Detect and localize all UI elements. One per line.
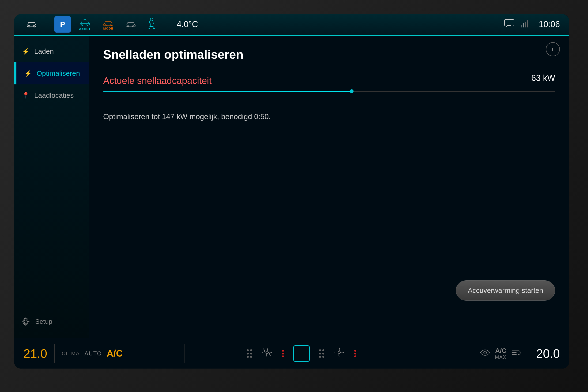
assist-button[interactable]: AssiST [76,16,94,32]
main-content: Snelladen optimaliseren 63 kW Actuele sn… [89,36,569,338]
setup-label: Setup [35,318,52,326]
sidebar-item-laadlocaties[interactable]: 📍 Laadlocaties [14,84,89,106]
ac-max-group[interactable]: A/C MAX [495,347,506,360]
page-title: Snelladen optimaliseren [103,47,555,62]
divider-v1 [54,344,55,363]
divider1 [47,18,47,30]
heat-dots[interactable] [282,350,284,357]
seat-icon[interactable] [144,18,160,31]
square-button[interactable] [293,345,310,362]
svg-point-17 [484,351,486,354]
laadlocaties-icon: 📍 [22,92,30,99]
assist-car-icon [79,18,91,26]
screen: P AssiST [14,14,569,368]
car-gray-icon[interactable] [122,20,139,29]
signal-icon [522,20,532,29]
nav-car-icon[interactable] [24,16,40,32]
progress-bar-container [103,91,555,92]
divider-v3 [418,344,418,363]
sidebar-setup[interactable]: Setup [14,310,89,334]
info-button[interactable]: i [546,42,560,56]
optimaliseren-label: Optimaliseren [36,70,80,77]
time-display: 10:06 [539,20,560,29]
laden-label: Laden [34,47,54,55]
mode-label: MODE [104,27,114,30]
bottom-right: A/C MAX 20.0 [480,344,560,363]
ac-max-label: A/C [495,347,506,354]
heat-dots-2[interactable] [354,350,356,357]
laden-icon: ⚡ [22,48,30,55]
ac-label: A/C [107,348,123,359]
divider-v4 [529,344,529,363]
laadlocaties-label: Laadlocaties [34,92,74,100]
mode-button[interactable]: MODE [99,16,118,32]
setup-gear-icon [21,317,30,326]
svg-point-14 [24,320,28,323]
top-divider [14,35,569,36]
svg-rect-9 [504,20,514,26]
wind-icon[interactable] [511,348,522,359]
max-label: MAX [495,354,506,360]
bottom-left: 21.0 CLIMA AUTO A/C [24,344,123,363]
message-icon[interactable] [504,19,514,30]
capacity-label: Actuele snellaadcapaciteit [103,76,555,86]
active-indicator [15,62,16,84]
clima-label: CLIMA [62,350,80,356]
status-bar-left: P AssiST [24,16,198,32]
fan-icon[interactable] [262,347,273,360]
sidebar: ⚡ Laden ⚡ Optimaliseren 📍 Laadlocaties [14,36,89,338]
temperature-display: -4.0°C [174,20,198,29]
parking-label: P [60,20,65,29]
optimaliseren-icon: ⚡ [24,70,32,77]
temp-right: 20.0 [536,346,560,360]
temp-left: 21.0 [24,346,47,360]
sidebar-item-optimaliseren[interactable]: ⚡ Optimaliseren [14,62,89,84]
mode-car-icon [102,19,114,27]
svg-point-8 [150,18,153,21]
menu-dots-right[interactable] [319,349,324,358]
optimize-text: Optimaliseren tot 147 kW mogelijk, benod… [103,111,555,122]
kw-value: 63 kW [531,73,555,83]
accu-button[interactable]: Accuverwarming starten [456,280,555,300]
status-bar-right: 10:06 [504,19,560,30]
fan-icon-2[interactable] [334,347,345,360]
bottom-center [247,345,356,362]
progress-fill [103,91,352,92]
auto-label: AUTO [84,350,102,357]
eye-icon[interactable] [480,349,490,358]
bottom-bar: 21.0 CLIMA AUTO A/C [14,338,569,368]
progress-dot [350,89,354,93]
sidebar-item-laden[interactable]: ⚡ Laden [14,40,89,62]
assist-label: AssiST [79,27,91,31]
svg-point-16 [338,351,340,354]
status-bar: P AssiST [14,14,569,35]
divider-v2 [184,344,185,363]
parking-button[interactable]: P [54,16,71,32]
svg-point-15 [266,351,268,354]
bezel: P AssiST [0,0,588,392]
menu-dots-left[interactable] [247,349,252,358]
